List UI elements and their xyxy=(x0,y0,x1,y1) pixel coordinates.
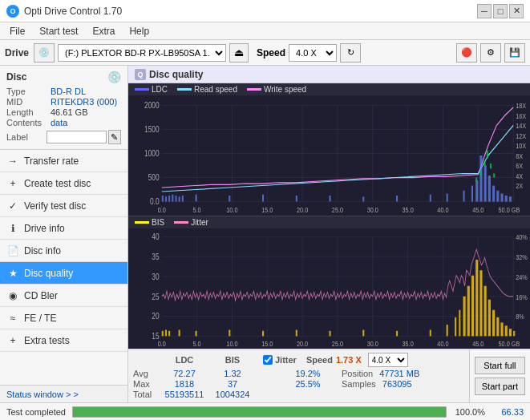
svg-rect-118 xyxy=(229,330,230,337)
sidebar-item-label: Verify test disc xyxy=(24,200,86,212)
status-window-button[interactable]: Status window > > xyxy=(0,385,127,402)
svg-rect-128 xyxy=(463,297,466,337)
verify-test-disc-icon: ✓ xyxy=(6,200,19,212)
svg-text:8X: 8X xyxy=(516,152,523,160)
chart1-legend: LDC Read speed Write speed xyxy=(128,83,530,95)
close-button[interactable]: ✕ xyxy=(509,4,524,18)
svg-text:500: 500 xyxy=(148,174,160,183)
sidebar-item-drive-info[interactable]: ℹ Drive info xyxy=(0,217,127,240)
sidebar-item-transfer-rate[interactable]: → Transfer rate xyxy=(0,150,127,172)
progress-fill xyxy=(73,407,446,417)
svg-text:5.0: 5.0 xyxy=(193,341,201,349)
refresh-btn[interactable]: ↻ xyxy=(340,43,361,63)
start-full-button[interactable]: Start full xyxy=(475,357,525,374)
max-bis: 37 xyxy=(212,379,253,389)
menubar: File Start test Extra Help xyxy=(0,22,530,40)
sidebar-item-cd-bler[interactable]: ◉ CD Bler xyxy=(0,285,127,307)
sidebar-item-create-test-disc[interactable]: + Create test disc xyxy=(0,172,127,195)
samples-val: 763095 xyxy=(382,379,412,389)
sidebar-item-disc-quality[interactable]: ★ Disc quality xyxy=(0,262,127,285)
svg-rect-68 xyxy=(475,178,477,182)
svg-text:15.0: 15.0 xyxy=(261,341,273,349)
jitter-check-label: Jitter xyxy=(275,355,297,365)
svg-text:16%: 16% xyxy=(516,293,528,301)
label-edit-btn[interactable]: ✎ xyxy=(108,130,121,144)
svg-rect-125 xyxy=(447,325,448,336)
svg-rect-124 xyxy=(430,330,431,337)
chart1-area: LDC Read speed Write speed xyxy=(128,83,530,216)
contents-label: Contents xyxy=(6,118,51,127)
menu-help[interactable]: Help xyxy=(123,24,156,38)
disc-panel-icon[interactable]: 💿 xyxy=(107,71,121,83)
speed-current: 1.73 X xyxy=(336,355,362,365)
sidebar-item-label: Disc info xyxy=(24,245,61,256)
menu-start-test[interactable]: Start test xyxy=(33,24,84,38)
sidebar-item-disc-info[interactable]: 📄 Disc info xyxy=(0,240,127,262)
svg-text:20.0: 20.0 xyxy=(297,207,309,215)
speed-area: Speed 1.73 X xyxy=(306,355,362,365)
svg-rect-126 xyxy=(455,317,456,336)
drive-icon-btn[interactable]: 💿 xyxy=(34,43,55,63)
svg-text:35: 35 xyxy=(152,252,159,261)
svg-rect-56 xyxy=(447,194,448,202)
chart-header-icon: Q xyxy=(135,69,146,80)
menu-file[interactable]: File xyxy=(3,24,31,38)
label-input[interactable] xyxy=(47,131,107,143)
sidebar-item-label: Disc quality xyxy=(24,268,73,279)
max-ldc: 1818 xyxy=(164,379,205,389)
svg-text:1500: 1500 xyxy=(144,126,160,135)
settings-btn[interactable]: ⚙ xyxy=(480,43,501,63)
titlebar: O Opti Drive Control 1.70 ─ □ ✕ xyxy=(0,0,530,22)
disc-panel-title: Disc xyxy=(6,71,26,83)
minimize-button[interactable]: ─ xyxy=(477,4,492,18)
drive-toolbar: Drive 💿 (F:) PLEXTOR BD-R PX-LB950SA 1.0… xyxy=(0,40,530,66)
sidebar-item-label: Transfer rate xyxy=(24,155,79,167)
sidebar-item-extra-tests[interactable]: + Extra tests xyxy=(0,329,127,352)
svg-rect-54 xyxy=(396,196,398,202)
burn-btn[interactable]: 🔴 xyxy=(456,43,477,63)
avg-label: Avg xyxy=(133,369,157,378)
speed-select-small[interactable]: 4.0 X xyxy=(368,353,408,367)
length-label: Length xyxy=(6,107,51,117)
svg-text:4X: 4X xyxy=(516,172,523,180)
disc-label-row: Label ✎ xyxy=(6,130,121,144)
svg-text:8%: 8% xyxy=(516,313,524,321)
speed-select[interactable]: 4.0 X xyxy=(289,44,337,62)
avg-jitter: 19.2% xyxy=(284,369,332,378)
sidebar-item-verify-test-disc[interactable]: ✓ Verify test disc xyxy=(0,195,127,217)
svg-rect-63 xyxy=(492,186,495,202)
avg-ldc: 72.27 xyxy=(164,369,205,378)
svg-rect-70 xyxy=(484,160,486,167)
eject-button[interactable]: ⏏ xyxy=(229,43,249,63)
svg-text:10.0: 10.0 xyxy=(226,207,238,215)
chart-header-title: Disc quality xyxy=(149,69,203,80)
fe-te-icon: ≈ xyxy=(6,312,19,325)
svg-text:32%: 32% xyxy=(516,253,528,261)
app-title: Opti Drive Control 1.70 xyxy=(24,6,122,17)
svg-rect-133 xyxy=(484,286,487,337)
svg-rect-117 xyxy=(196,331,197,337)
start-part-button[interactable]: Start part xyxy=(475,378,525,395)
maximize-button[interactable]: □ xyxy=(493,4,508,18)
svg-rect-55 xyxy=(430,195,431,202)
svg-text:35.0: 35.0 xyxy=(403,207,415,215)
jitter-checkbox[interactable] xyxy=(263,355,273,365)
drive-select[interactable]: (F:) PLEXTOR BD-R PX-LB950SA 1.06 xyxy=(58,44,226,62)
jitter-checkbox-area[interactable]: Jitter xyxy=(263,355,297,365)
sidebar-navigation: → Transfer rate + Create test disc ✓ Ver… xyxy=(0,150,127,385)
legend-bis: BIS xyxy=(135,218,164,227)
disc-type-row: Type BD-R DL xyxy=(6,87,121,96)
svg-rect-44 xyxy=(172,195,173,202)
cd-bler-icon: ◉ xyxy=(6,289,19,302)
svg-rect-53 xyxy=(362,196,364,201)
avg-row: Avg 72.27 1.32 19.2% Position 47731 MB xyxy=(133,369,464,378)
svg-rect-41 xyxy=(162,196,164,202)
sidebar-item-fe-te[interactable]: ≈ FE / TE xyxy=(0,307,127,329)
svg-text:25: 25 xyxy=(152,292,159,301)
save-btn[interactable]: 💾 xyxy=(504,43,525,63)
svg-rect-50 xyxy=(262,195,264,202)
svg-rect-62 xyxy=(488,176,491,202)
total-label: Total xyxy=(133,390,157,399)
menu-extra[interactable]: Extra xyxy=(86,24,121,38)
sidebar-item-label: Extra tests xyxy=(24,335,70,346)
